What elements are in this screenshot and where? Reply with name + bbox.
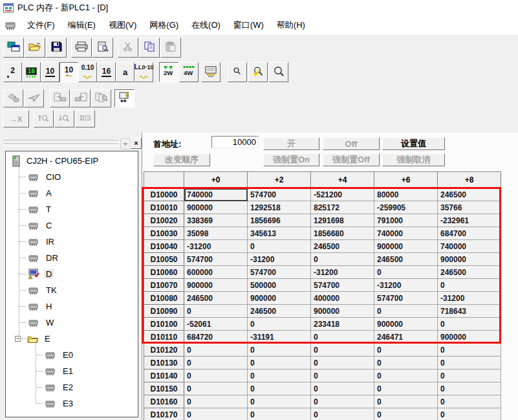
grid-cell[interactable]: 0	[374, 382, 438, 395]
grid-cell[interactable]: 0	[311, 331, 374, 344]
grid-cell[interactable]: 0	[311, 370, 374, 382]
grid-cell[interactable]: -521200	[311, 188, 374, 201]
tree-item[interactable]: T	[6, 201, 138, 217]
grid-cell[interactable]: 0	[311, 253, 374, 266]
format-decimal-button[interactable]: 10	[41, 62, 59, 82]
grid-cell[interactable]: -31200	[374, 279, 438, 292]
grid-cell[interactable]: 246500	[438, 266, 501, 279]
tree-item[interactable]: A	[6, 185, 138, 201]
grid-cell[interactable]: 740000	[184, 188, 248, 201]
grid-cell[interactable]: 574700	[248, 266, 311, 279]
grid-row-header[interactable]: D10020	[144, 214, 184, 227]
grid-cell[interactable]: 574700	[374, 292, 438, 305]
grid-cell[interactable]: 684720	[184, 331, 248, 344]
grid-cell[interactable]: 246471	[374, 331, 438, 344]
grid-cell[interactable]: 574700	[311, 279, 374, 292]
start-address-input[interactable]	[211, 136, 259, 148]
grid-cell[interactable]: -31200	[248, 253, 311, 266]
save-button[interactable]	[46, 38, 67, 58]
grid-cell[interactable]: 1856696	[248, 214, 311, 227]
find-previous-button[interactable]	[34, 110, 54, 127]
grid-cell[interactable]: -31200	[184, 240, 248, 253]
format-hex-button[interactable]: 16	[97, 62, 116, 82]
menu-item[interactable]: 网格(G)	[143, 16, 185, 35]
grid-row-header[interactable]: D10130	[144, 357, 184, 370]
grid-cell[interactable]: 0	[438, 318, 501, 331]
grid-cell[interactable]: 0	[438, 279, 501, 292]
grid-cell[interactable]: 0	[184, 382, 248, 395]
grid-cell[interactable]: 80000	[374, 188, 438, 201]
grid-cell[interactable]: 0	[184, 395, 248, 408]
tree-item[interactable]: − E	[6, 331, 138, 347]
new-window-button[interactable]	[3, 38, 24, 58]
format-double-float-button[interactable]: LL0·10	[135, 62, 153, 82]
grid-cell[interactable]: 0	[374, 408, 438, 420]
grid-cell[interactable]: 0	[374, 344, 438, 357]
grid-cell[interactable]: 0	[438, 344, 501, 357]
grid-cell[interactable]: -232961	[438, 214, 501, 227]
grid-cell[interactable]: 1856680	[311, 227, 374, 240]
print-preview-button[interactable]	[92, 38, 113, 58]
grid-cell[interactable]: 0	[248, 408, 311, 420]
cut-button[interactable]	[118, 38, 138, 58]
grid-cell[interactable]: 500000	[248, 279, 311, 292]
grid-cell[interactable]: 900000	[438, 253, 501, 266]
force-on-button[interactable]: 强制置On	[263, 153, 319, 166]
grid-cell[interactable]: 718643	[438, 305, 501, 318]
tree-item[interactable]: E1	[6, 363, 138, 379]
grid-row-header[interactable]: D10070	[144, 279, 184, 292]
grid-cell[interactable]: 400000	[311, 292, 374, 305]
find-address-button[interactable]	[75, 110, 95, 127]
grid-cell[interactable]: 0	[184, 344, 248, 357]
grid-cell[interactable]: -52061	[184, 318, 248, 331]
grid-cell[interactable]: 35098	[184, 227, 248, 240]
force-off-button[interactable]: 强制置Off	[323, 153, 380, 166]
grid-cell[interactable]: 0	[374, 266, 438, 279]
zoom-fit-button[interactable]	[248, 62, 268, 82]
format-signed-decimal-button[interactable]: 10+‒	[59, 62, 78, 82]
four-word-button[interactable]: 4W	[179, 62, 199, 82]
grid-cell[interactable]: 246500	[438, 188, 501, 201]
fill-memory-button[interactable]	[3, 89, 23, 107]
toolbar-gripper[interactable]	[3, 143, 118, 146]
menu-item[interactable]: 窗口(W)	[227, 16, 270, 35]
grid-corner-header[interactable]	[144, 172, 184, 188]
grid-cell[interactable]: 0	[248, 370, 311, 382]
grid-cell[interactable]: 574700	[184, 253, 248, 266]
format-binary-button[interactable]: 2	[3, 62, 22, 82]
tree-root-plc[interactable]: CJ2H - CPU65-EIP	[6, 153, 138, 169]
grid-cell[interactable]: 0	[374, 357, 438, 370]
tree-item[interactable]: DR	[6, 250, 138, 266]
grid-cell[interactable]: 0	[374, 305, 438, 318]
grid-cell[interactable]: 0	[184, 305, 248, 318]
open-button[interactable]	[25, 38, 45, 58]
grid-row-header[interactable]: D10120	[144, 344, 184, 357]
grid-cell[interactable]: 900000	[184, 279, 248, 292]
grid-cell[interactable]: 1292518	[248, 201, 311, 214]
set-off-button[interactable]: Off	[323, 137, 380, 150]
grid-cell[interactable]: 0	[438, 395, 501, 408]
tree-item[interactable]: D	[6, 266, 138, 282]
grid-cell[interactable]: -31200	[311, 266, 374, 279]
grid-cell[interactable]: 600000	[184, 266, 248, 279]
tree-item[interactable]: TK	[6, 282, 138, 298]
grid-cell[interactable]: 246500	[248, 305, 311, 318]
grid-cell[interactable]: 900000	[184, 201, 248, 214]
grid-cell[interactable]: 900000	[248, 292, 311, 305]
grid-cell[interactable]: 0	[438, 408, 501, 420]
format-float-button[interactable]: 0.10	[78, 62, 97, 82]
grid-cell[interactable]: 0	[374, 370, 438, 382]
print-button[interactable]	[71, 38, 92, 58]
grid-row-header[interactable]: D10140	[144, 370, 184, 382]
grid-cell[interactable]: 0	[248, 344, 311, 357]
menu-item[interactable]: 编辑(E)	[61, 16, 102, 35]
grid-cell[interactable]: 0	[184, 357, 248, 370]
format-text-button[interactable]: a	[116, 62, 135, 82]
transfer-to-plc-button[interactable]	[50, 89, 70, 107]
grid-cell[interactable]: 0	[438, 370, 501, 382]
grid-cell[interactable]: 338369	[184, 214, 248, 227]
menu-item[interactable]: 文件(F)	[21, 16, 61, 35]
grid-cell[interactable]: 246500	[311, 240, 374, 253]
tree-item[interactable]: E2	[6, 379, 138, 395]
send-button[interactable]	[24, 89, 44, 107]
